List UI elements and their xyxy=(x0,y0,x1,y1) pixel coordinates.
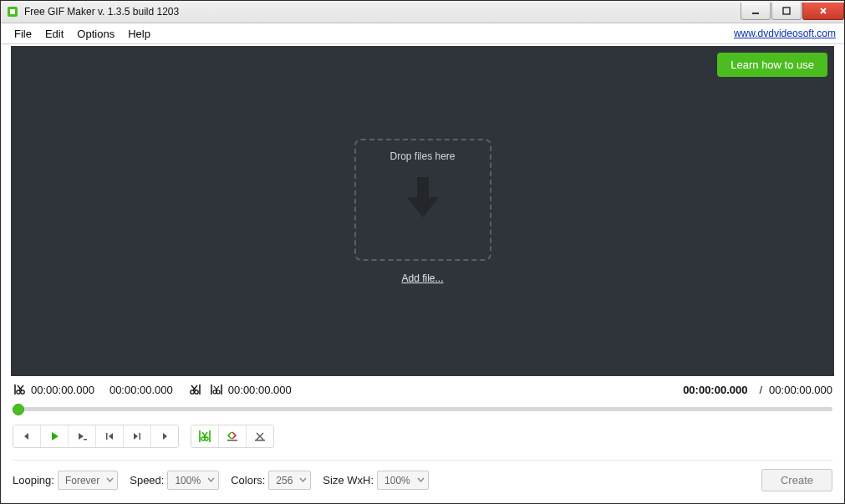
drop-label: Drop files here xyxy=(389,150,455,162)
options-row: Looping: Forever Speed: 100% Colors: 256… xyxy=(1,461,844,503)
svg-rect-11 xyxy=(106,433,108,440)
trim-selection-button[interactable] xyxy=(191,425,219,447)
menu-file[interactable]: File xyxy=(8,25,38,43)
add-file-link[interactable]: Add file... xyxy=(401,272,443,284)
timecode-separator: / xyxy=(759,384,762,396)
app-window: Free GIF Maker v. 1.3.5 build 1203 File … xyxy=(0,0,845,504)
svg-rect-10 xyxy=(84,439,87,440)
timecode-row: 00:00:00.000 00:00:00.000 00:00:00.000 0… xyxy=(1,378,844,396)
prev-frame-button[interactable] xyxy=(96,425,124,447)
svg-rect-3 xyxy=(783,8,790,14)
set-in-point-button[interactable] xyxy=(219,425,247,447)
size-value: 100% xyxy=(384,475,410,486)
svg-rect-1 xyxy=(10,9,15,14)
menu-help[interactable]: Help xyxy=(121,25,157,43)
seek-slider-wrap xyxy=(1,396,844,418)
trim-start-icon xyxy=(13,383,26,396)
current-timecode: 00:00:00.000 xyxy=(683,384,747,396)
speed-select[interactable]: 100% xyxy=(167,471,219,490)
playback-button-group xyxy=(13,425,179,448)
seek-track xyxy=(13,407,832,411)
caret-down-icon xyxy=(299,476,307,484)
svg-rect-12 xyxy=(140,433,141,440)
next-frame-button[interactable] xyxy=(124,425,151,447)
looping-select[interactable]: Forever xyxy=(58,471,118,490)
learn-how-button[interactable]: Learn how to use xyxy=(717,53,827,77)
svg-point-7 xyxy=(195,390,198,394)
svg-rect-16 xyxy=(255,440,265,441)
trim-end-timecode: 00:00:00.000 xyxy=(109,384,173,396)
size-select[interactable]: 100% xyxy=(377,471,429,490)
window-title: Free GIF Maker v. 1.3.5 build 1203 xyxy=(24,6,740,18)
looping-label: Looping: xyxy=(13,474,54,486)
svg-point-4 xyxy=(17,390,20,394)
speed-value: 100% xyxy=(175,475,201,486)
svg-point-6 xyxy=(191,390,194,394)
minimize-button[interactable] xyxy=(741,3,771,20)
caret-down-icon xyxy=(417,476,425,484)
clip-scissors-icon xyxy=(210,383,223,396)
svg-rect-15 xyxy=(227,440,237,441)
trim-end-icon xyxy=(188,383,201,396)
seek-slider[interactable] xyxy=(13,403,832,415)
play-to-end-button[interactable] xyxy=(69,425,96,447)
caret-down-icon xyxy=(207,476,215,484)
total-timecode: 00:00:00.000 xyxy=(769,384,832,396)
transport-controls xyxy=(1,418,844,451)
svg-rect-2 xyxy=(752,13,759,14)
clip-duration-timecode: 00:00:00.000 xyxy=(228,384,292,396)
preview-area: Learn how to use Drop files here Add fil… xyxy=(11,46,834,376)
menubar: File Edit Options Help www.dvdvideosoft.… xyxy=(1,23,844,44)
svg-point-13 xyxy=(201,437,205,440)
close-button[interactable] xyxy=(802,3,844,20)
down-arrow-icon xyxy=(400,172,445,225)
trim-button-group xyxy=(191,425,274,448)
create-button[interactable]: Create xyxy=(761,469,832,491)
colors-value: 256 xyxy=(276,475,293,486)
trim-start-timecode: 00:00:00.000 xyxy=(31,384,94,396)
seek-thumb[interactable] xyxy=(13,404,24,415)
step-back-button[interactable] xyxy=(13,425,41,447)
website-link[interactable]: www.dvdvideosoft.com xyxy=(734,28,837,39)
menu-edit[interactable]: Edit xyxy=(38,25,70,43)
titlebar: Free GIF Maker v. 1.3.5 build 1203 xyxy=(1,1,844,23)
svg-point-5 xyxy=(21,390,24,394)
svg-point-9 xyxy=(216,390,220,394)
colors-label: Colors: xyxy=(231,474,265,486)
clear-trim-button[interactable] xyxy=(247,425,273,447)
colors-select[interactable]: 256 xyxy=(268,471,311,490)
svg-point-14 xyxy=(205,437,208,440)
menu-options[interactable]: Options xyxy=(70,25,121,43)
play-button[interactable] xyxy=(41,425,69,447)
maximize-button[interactable] xyxy=(771,3,802,20)
looping-value: Forever xyxy=(65,475,99,486)
caret-down-icon xyxy=(106,476,114,484)
svg-point-8 xyxy=(213,390,216,394)
window-controls xyxy=(740,3,844,19)
size-label: Size WxH: xyxy=(323,474,374,486)
step-forward-button[interactable] xyxy=(151,425,178,447)
speed-label: Speed: xyxy=(130,474,164,486)
drop-zone[interactable]: Drop files here xyxy=(354,139,491,261)
app-icon xyxy=(6,5,19,18)
